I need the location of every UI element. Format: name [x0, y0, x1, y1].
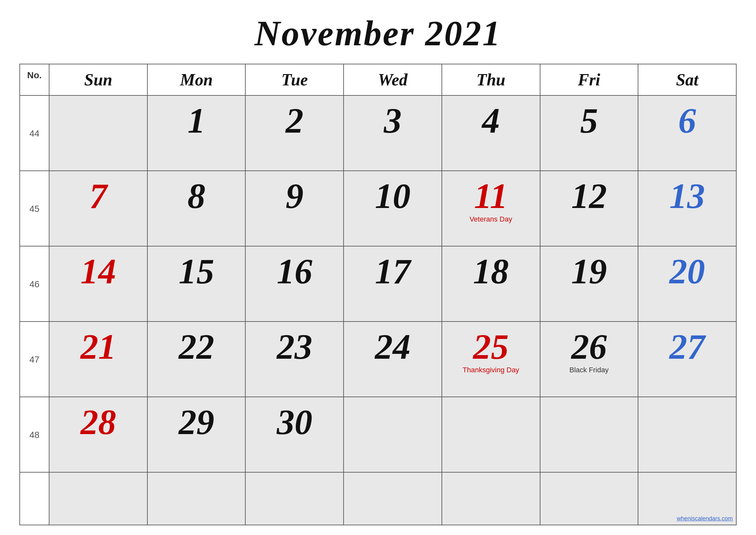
extra-day-cell: wheniscalendars.com: [638, 472, 736, 525]
day-cell[interactable]: 4: [442, 96, 540, 171]
page-title: November 2021: [255, 13, 501, 54]
day-cell[interactable]: 11Veterans Day: [442, 171, 540, 246]
extra-day-cell: [442, 472, 540, 525]
week-number-46: 46: [20, 246, 49, 322]
header-sat: Sat: [638, 64, 736, 96]
day-number: 12: [545, 175, 633, 214]
calendar-row-44: 44123456: [20, 96, 736, 171]
day-number: 6: [643, 99, 731, 138]
day-number: 30: [251, 401, 338, 440]
calendar-row-48: 48282930: [20, 397, 736, 472]
calendar-row-45: 457891011Veterans Day1213: [20, 171, 736, 246]
extra-row: wheniscalendars.com: [20, 472, 736, 525]
day-number: 18: [447, 250, 535, 289]
day-cell[interactable]: 25Thanksgiving Day: [442, 322, 540, 397]
day-cell[interactable]: 10: [343, 171, 442, 246]
day-cell[interactable]: 19: [540, 246, 638, 322]
day-number: 25: [447, 326, 535, 365]
day-cell[interactable]: 3: [343, 96, 442, 171]
day-cell[interactable]: 6: [638, 96, 736, 171]
day-cell[interactable]: [343, 397, 442, 472]
day-cell[interactable]: 7: [49, 171, 148, 246]
extra-day-cell: [245, 472, 343, 525]
header-thu: Thu: [442, 64, 540, 96]
calendar-row-46: 4614151617181920: [20, 246, 736, 322]
day-cell[interactable]: 26Black Friday: [540, 322, 638, 397]
day-number: 14: [54, 250, 142, 289]
header-fri: Fri: [540, 64, 638, 96]
watermark[interactable]: wheniscalendars.com: [677, 515, 733, 522]
day-number: 2: [251, 99, 338, 138]
header-no: No.: [20, 64, 49, 96]
day-number: 21: [54, 326, 142, 365]
extra-no-col: [20, 472, 49, 525]
day-number: 10: [349, 175, 437, 214]
day-cell[interactable]: 5: [540, 96, 638, 171]
calendar-table: No. Sun Mon Tue Wed Thu Fri Sat 44123456…: [19, 64, 737, 525]
day-number: 26: [545, 326, 633, 365]
day-cell[interactable]: 14: [49, 246, 148, 322]
day-cell[interactable]: 30: [245, 397, 343, 472]
holiday-label: Thanksgiving Day: [447, 366, 535, 374]
extra-day-cell: [49, 472, 148, 525]
day-number: 4: [447, 99, 535, 138]
day-cell[interactable]: 20: [638, 246, 736, 322]
day-number: 13: [643, 175, 731, 214]
header-sun: Sun: [49, 64, 148, 96]
day-cell[interactable]: 13: [638, 171, 736, 246]
day-cell[interactable]: [49, 96, 148, 171]
day-cell[interactable]: 2: [245, 96, 343, 171]
day-number: 9: [251, 175, 338, 214]
day-number: 20: [643, 250, 731, 289]
holiday-label: Veterans Day: [447, 215, 535, 223]
week-number-45: 45: [20, 171, 49, 246]
extra-day-cell: [343, 472, 442, 525]
day-cell[interactable]: 18: [442, 246, 540, 322]
day-cell[interactable]: 28: [49, 397, 148, 472]
week-number-44: 44: [20, 96, 49, 171]
day-number: 15: [152, 250, 240, 289]
day-cell[interactable]: 29: [148, 397, 246, 472]
day-cell[interactable]: 27: [638, 322, 736, 397]
day-cell[interactable]: [540, 397, 638, 472]
day-number: 22: [152, 326, 240, 365]
day-cell[interactable]: 12: [540, 171, 638, 246]
extra-day-cell: [148, 472, 246, 525]
day-number: 19: [545, 250, 633, 289]
day-number: 27: [643, 326, 731, 365]
day-number: 7: [54, 175, 142, 214]
day-cell[interactable]: 8: [148, 171, 246, 246]
day-cell[interactable]: 1: [148, 96, 246, 171]
day-cell[interactable]: 15: [148, 246, 246, 322]
day-number: 1: [152, 99, 240, 138]
day-cell[interactable]: 21: [49, 322, 148, 397]
day-number: 29: [152, 401, 240, 440]
day-number: 17: [349, 250, 437, 289]
week-number-47: 47: [20, 322, 49, 397]
header-mon: Mon: [148, 64, 246, 96]
holiday-label: Black Friday: [545, 366, 633, 374]
day-number: 16: [251, 250, 338, 289]
day-number: 8: [152, 175, 240, 214]
extra-day-cell: [540, 472, 638, 525]
day-cell[interactable]: 24: [343, 322, 442, 397]
day-cell[interactable]: 16: [245, 246, 343, 322]
day-number: 11: [447, 175, 535, 214]
day-cell[interactable]: 17: [343, 246, 442, 322]
calendar-row-47: 472122232425Thanksgiving Day26Black Frid…: [20, 322, 736, 397]
day-cell[interactable]: [442, 397, 540, 472]
header-tue: Tue: [245, 64, 343, 96]
day-cell[interactable]: 23: [245, 322, 343, 397]
week-number-48: 48: [20, 397, 49, 472]
day-cell[interactable]: [638, 397, 736, 472]
day-number: 24: [349, 326, 437, 365]
header-wed: Wed: [343, 64, 442, 96]
day-number: 3: [349, 99, 437, 138]
calendar-header: No. Sun Mon Tue Wed Thu Fri Sat: [20, 64, 736, 96]
day-cell[interactable]: 9: [245, 171, 343, 246]
calendar-wrapper: No. Sun Mon Tue Wed Thu Fri Sat 44123456…: [19, 64, 737, 525]
day-number: 5: [545, 99, 633, 138]
day-cell[interactable]: 22: [148, 322, 246, 397]
day-number: 23: [251, 326, 338, 365]
day-number: 28: [54, 401, 142, 440]
